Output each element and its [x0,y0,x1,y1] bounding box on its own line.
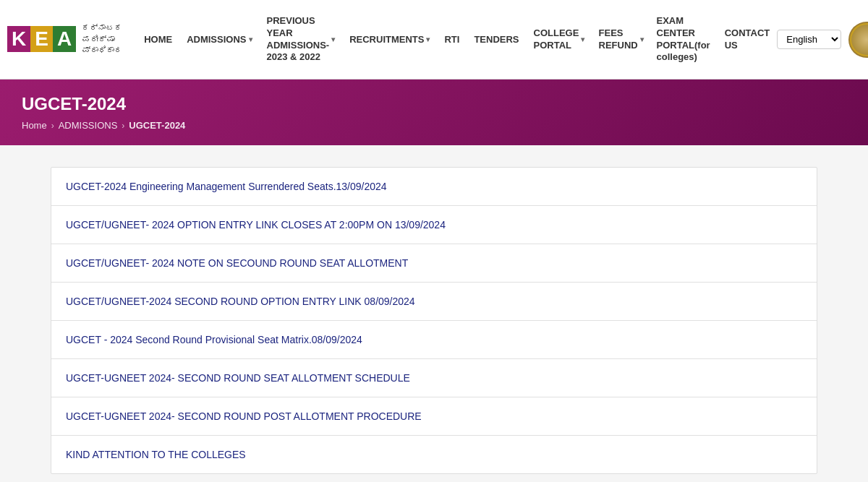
kea-text: ಕರ್ನಾಟಕ ಪರೀಕ್ಷಾ ಪ್ರಾಧಿಕಾರ [82,22,122,56]
brand-logo[interactable]: K E A ಕರ್ನಾಟಕ ಪರೀಕ್ಷಾ ಪ್ರಾಧಿಕಾರ [7,22,122,56]
list-item[interactable]: UGCET - 2024 Second Round Provisional Se… [51,321,817,359]
list-container: UGCET-2024 Engineering Management Surren… [51,167,817,474]
page-title: UGCET-2024 [22,94,846,114]
list-item[interactable]: UGCET/UGNEET- 2024 NOTE ON SECOUND ROUND… [51,244,817,283]
navbar: K E A ಕರ್ನಾಟಕ ಪರೀಕ್ಷಾ ಪ್ರಾಧಿಕಾರ HOME ADM… [0,0,868,79]
language-select[interactable]: English ಕನ್ನಡ [777,30,841,49]
page-header: UGCET-2024 Home › ADMISSIONS › UGCET-202… [0,79,868,145]
breadcrumb-sep-2: › [122,121,124,131]
kea-logo: K E A ಕರ್ನಾಟಕ ಪರೀಕ್ಷಾ ಪ್ರಾಧಿಕಾರ [7,22,122,56]
previous-year-caret: ▾ [331,35,335,44]
fees-refund-caret: ▾ [640,35,644,44]
nav-fees-refund[interactable]: FEES REFUND ▾ [592,22,650,58]
nav-recruitments[interactable]: RECRUITMENTS ▾ [342,28,437,51]
recruitments-caret: ▾ [426,35,430,43]
nav-previous-year[interactable]: PREVIOUS YEAR ADMISSIONS-2023 & 2022 ▾ [260,9,343,70]
kea-a-letter: A [53,26,76,52]
emblem-inner [850,23,868,56]
breadcrumb-admissions[interactable]: ADMISSIONS [59,120,118,131]
kea-k-letter: K [7,26,30,52]
nav-college-portal[interactable]: COLLEGE PORTAL ▾ [527,22,592,58]
list-item[interactable]: UGCET/UGNEET-2024 SECOND ROUND OPTION EN… [51,283,817,321]
breadcrumb-current: UGCET-2024 [129,120,185,131]
breadcrumb-sep-1: › [51,121,54,131]
breadcrumb-home[interactable]: Home [22,120,47,131]
nav-links: HOME ADMISSIONS ▾ PREVIOUS YEAR ADMISSIO… [137,9,777,70]
list-item[interactable]: UGCET-2024 Engineering Management Surren… [51,168,817,206]
nav-exam-center[interactable]: EXAM CENTER PORTAL(for colleges) [650,9,718,70]
nav-tenders[interactable]: TENDERS [467,28,526,51]
nav-home[interactable]: HOME [137,28,179,51]
main-content: UGCET-2024 Engineering Management Surren… [36,167,832,474]
list-item[interactable]: UGCET-UGNEET 2024- SECOND ROUND SEAT ALL… [51,359,817,397]
list-item[interactable]: UGCET/UGNEET- 2024 OPTION ENTRY LINK CLO… [51,206,817,244]
breadcrumb: Home › ADMISSIONS › UGCET-2024 [22,120,846,131]
list-item[interactable]: UGCET-UGNEET 2024- SECOND ROUND POST ALL… [51,397,817,436]
list-item[interactable]: KIND ATTENTION TO THE COLLEGES [51,436,817,473]
admissions-caret: ▾ [249,35,252,43]
nav-rti[interactable]: RTI [437,28,467,51]
kea-e-letter: E [30,26,53,52]
govt-emblem [848,22,868,58]
kea-letters: K E A [7,26,76,52]
nav-contact[interactable]: CONTACT US [718,22,778,58]
college-portal-caret: ▾ [581,35,584,44]
nav-admissions[interactable]: ADMISSIONS ▾ [179,28,259,51]
nav-right: English ಕನ್ನಡ [777,22,868,58]
